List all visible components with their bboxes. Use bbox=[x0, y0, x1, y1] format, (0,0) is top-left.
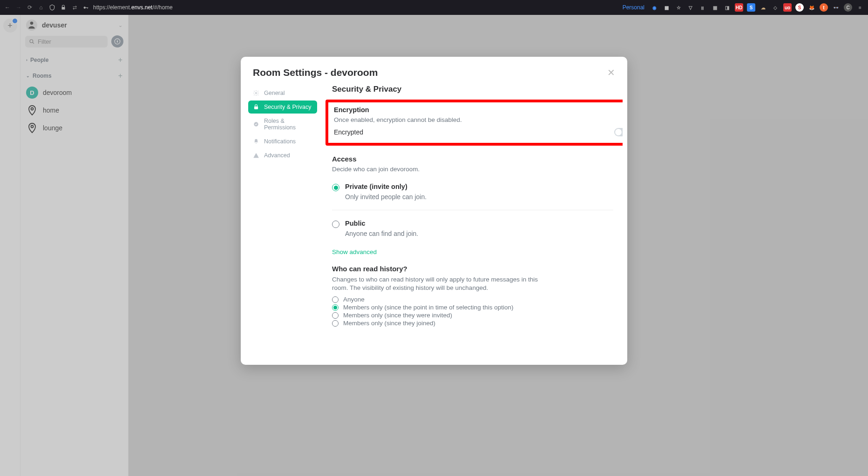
close-button[interactable]: ✕ bbox=[607, 67, 615, 78]
tab-general[interactable]: General bbox=[248, 87, 317, 100]
radio-icon bbox=[332, 312, 339, 319]
tab-notifications[interactable]: Notifications bbox=[248, 135, 317, 148]
lock-icon bbox=[253, 104, 259, 110]
history-desc: Changes to who can read history will onl… bbox=[332, 275, 546, 292]
divider bbox=[332, 210, 613, 210]
access-option-public[interactable]: Public Anyone can find and join. bbox=[332, 217, 613, 240]
ext-icon[interactable]: ☁ bbox=[759, 3, 767, 12]
ext-icon[interactable]: 🦊 bbox=[807, 3, 816, 12]
ext-icon[interactable]: uo bbox=[783, 3, 792, 12]
lock-icon bbox=[60, 4, 67, 11]
access-heading: Access bbox=[332, 155, 613, 163]
ext-icon[interactable]: ▦ bbox=[662, 3, 671, 12]
tab-label: Roles & Permissions bbox=[264, 118, 312, 131]
radio-icon bbox=[332, 221, 339, 228]
option-label: Members only (since the point in time of… bbox=[343, 304, 513, 311]
history-option-since-selection[interactable]: Members only (since the point in time of… bbox=[332, 304, 613, 311]
history-option-anyone[interactable]: Anyone bbox=[332, 296, 613, 303]
access-desc: Decide who can join devoroom. bbox=[332, 166, 613, 173]
back-button[interactable]: ← bbox=[4, 4, 11, 11]
permissions-icon[interactable]: ⇄ bbox=[71, 4, 78, 11]
tab-label: Security & Privacy bbox=[264, 104, 311, 110]
ext-icon[interactable]: 👓 bbox=[832, 3, 840, 12]
reader-icon[interactable]: ◨ bbox=[723, 3, 731, 12]
option-label: Members only (since they joined) bbox=[343, 320, 435, 327]
ext-icon[interactable]: C bbox=[844, 3, 852, 12]
tab-label: General bbox=[264, 90, 285, 96]
svg-point-10 bbox=[255, 92, 257, 94]
extension-tray: Personal ◉ ▦ ☆ ▽ ⫼ ▦ ◨ HD S ☁ ◇ uo S 🦊 t… bbox=[623, 3, 864, 12]
bell-icon bbox=[253, 138, 259, 145]
option-title: Public bbox=[345, 220, 613, 227]
bookmark-icon[interactable]: ☆ bbox=[674, 3, 683, 12]
radio-icon bbox=[332, 296, 339, 303]
ext-icon[interactable]: ◉ bbox=[650, 3, 658, 12]
gear-icon bbox=[253, 90, 259, 96]
reload-button[interactable]: ⟳ bbox=[26, 4, 34, 11]
radio-icon bbox=[332, 304, 339, 311]
ext-icon[interactable]: ◇ bbox=[771, 3, 780, 12]
settings-tabs: General Security & Privacy Roles & Permi… bbox=[245, 85, 320, 355]
ext-icon[interactable]: t bbox=[820, 3, 828, 12]
radio-icon bbox=[332, 320, 339, 327]
url-bar[interactable]: https://element.envs.net/#/home bbox=[93, 4, 173, 11]
access-option-private[interactable]: Private (invite only) Only invited peopl… bbox=[332, 180, 613, 203]
svg-rect-11 bbox=[254, 107, 258, 109]
library-icon[interactable]: ⫼ bbox=[698, 3, 707, 12]
option-sub: Anyone can find and join. bbox=[345, 230, 613, 237]
option-label: Anyone bbox=[343, 296, 365, 303]
pocket-icon[interactable]: ▽ bbox=[686, 3, 695, 12]
show-advanced-link[interactable]: Show advanced bbox=[332, 248, 613, 255]
tab-label: Advanced bbox=[264, 152, 290, 159]
shield-icon[interactable] bbox=[48, 4, 56, 11]
menu-icon[interactable]: ≡ bbox=[856, 3, 864, 12]
history-option-since-invited[interactable]: Members only (since they were invited) bbox=[332, 312, 613, 319]
radio-icon bbox=[332, 184, 339, 191]
tab-security[interactable]: Security & Privacy bbox=[248, 101, 317, 114]
tab-advanced[interactable]: Advanced bbox=[248, 149, 317, 162]
svg-rect-2 bbox=[87, 7, 88, 8]
ext-icon[interactable]: ▦ bbox=[711, 3, 719, 12]
tab-roles[interactable]: Roles & Permissions bbox=[248, 114, 317, 134]
history-option-since-joined[interactable]: Members only (since they joined) bbox=[332, 320, 613, 327]
container-label[interactable]: Personal bbox=[623, 4, 644, 11]
svg-point-0 bbox=[83, 7, 85, 8]
home-button[interactable]: ⌂ bbox=[37, 4, 45, 11]
annotation-highlight: Encryption Once enabled, encryption cann… bbox=[326, 100, 623, 146]
option-sub: Only invited people can join. bbox=[345, 193, 613, 201]
badge-icon bbox=[253, 121, 259, 127]
encryption-heading: Encryption bbox=[334, 106, 623, 114]
browser-chrome: ← → ⟳ ⌂ ⇄ https://element.envs.net/#/hom… bbox=[0, 0, 868, 15]
history-heading: Who can read history? bbox=[332, 265, 613, 273]
encryption-toggle-label: Encrypted bbox=[334, 128, 363, 136]
forward-button[interactable]: → bbox=[15, 4, 22, 11]
encryption-toggle[interactable] bbox=[614, 128, 623, 136]
modal-title: Room Settings - devoroom bbox=[253, 67, 378, 78]
ext-icon[interactable]: S bbox=[747, 3, 755, 12]
settings-content: Security & Privacy Encryption Once enabl… bbox=[320, 85, 623, 355]
tab-label: Notifications bbox=[264, 138, 296, 145]
room-settings-modal: Room Settings - devoroom ✕ General Secur… bbox=[241, 57, 627, 365]
content-heading: Security & Privacy bbox=[332, 85, 613, 94]
url-text: https://element.envs.net/#/home bbox=[93, 4, 173, 11]
ext-icon[interactable]: HD bbox=[735, 3, 743, 12]
encryption-desc: Once enabled, encryption cannot be disab… bbox=[334, 116, 623, 123]
ext-icon[interactable]: S bbox=[795, 3, 804, 12]
option-label: Members only (since they were invited) bbox=[343, 312, 452, 319]
svg-rect-1 bbox=[85, 7, 88, 7]
key-icon bbox=[82, 4, 89, 11]
app-shell: + devuser ⌄ Filter › People + ⌄ Room bbox=[0, 15, 868, 476]
warning-icon bbox=[253, 152, 259, 159]
option-title: Private (invite only) bbox=[345, 183, 613, 190]
